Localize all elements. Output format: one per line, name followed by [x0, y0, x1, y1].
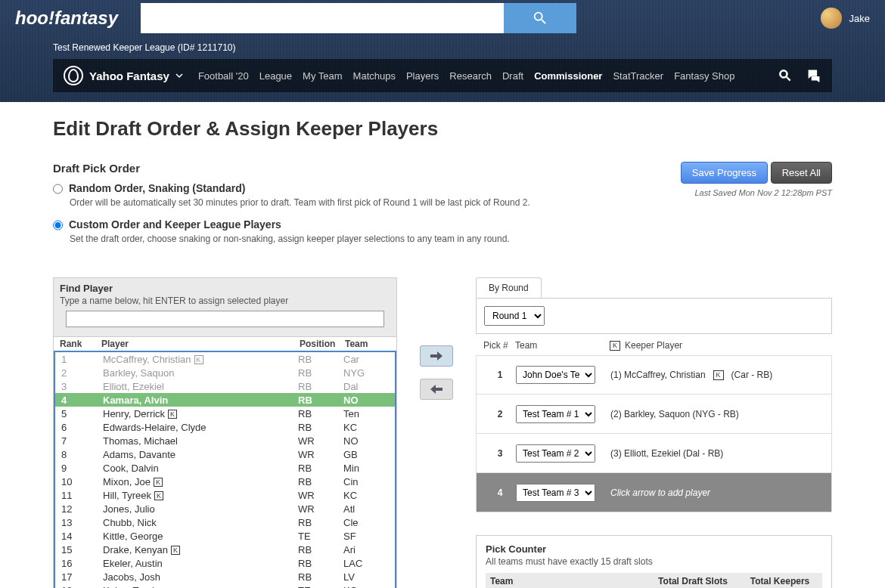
player-row[interactable]: 4Kamara, AlvinRBNO: [55, 393, 395, 407]
player-row[interactable]: 14Kittle, GeorgeTESF: [55, 529, 395, 543]
player-name: McCaffrey, ChristianK: [103, 354, 298, 365]
player-name: Kamara, Alvin: [103, 395, 298, 406]
player-name: Hill, TyreekK: [103, 490, 298, 501]
player-row[interactable]: 8Adams, DavanteWRGB: [55, 447, 395, 461]
player-team: LV: [343, 571, 389, 583]
player-rank: 9: [61, 463, 103, 474]
player-row[interactable]: 10Mixon, JoeKRBCin: [55, 475, 395, 488]
nav-link-stattracker[interactable]: StatTracker: [613, 70, 663, 82]
nav-link-league[interactable]: League: [259, 70, 292, 82]
nav-brand[interactable]: Yahoo Fantasy: [64, 66, 183, 85]
nav-search-icon[interactable]: [778, 68, 793, 83]
nav-link-my-team[interactable]: My Team: [303, 70, 343, 82]
round-select[interactable]: Round 1: [484, 306, 545, 326]
player-row[interactable]: 11Hill, TyreekKWRKC: [55, 488, 395, 502]
search-button[interactable]: [504, 3, 576, 33]
player-rank: 13: [61, 517, 103, 528]
player-name: Kittle, George: [103, 531, 298, 542]
player-team: Ten: [343, 408, 389, 419]
col-header-pick: Pick #: [483, 340, 515, 351]
assign-player-button[interactable]: [420, 345, 453, 367]
team-select[interactable]: Test Team # 3: [516, 484, 595, 502]
draft-order-radio-0[interactable]: [53, 184, 63, 194]
pick-number: 2: [484, 409, 516, 419]
player-row[interactable]: 5Henry, DerrickKRBTen: [55, 407, 395, 420]
player-name: Barkley, Saquon: [103, 367, 298, 379]
col-header-team: Team: [345, 339, 390, 349]
player-rank: 11: [61, 490, 103, 501]
player-position: RB: [298, 354, 343, 365]
player-rank: 17: [61, 571, 103, 583]
player-name: Mixon, JoeK: [103, 476, 298, 487]
player-team: Cle: [343, 517, 389, 528]
pick-row: 2Test Team # 1(2) Barkley, Saquon (NYG -…: [476, 395, 832, 434]
unassign-player-button[interactable]: [420, 379, 453, 400]
pick-number: 1: [484, 370, 516, 380]
find-player-input[interactable]: [66, 311, 384, 327]
player-row[interactable]: 2Barkley, SaquonRBNYG: [55, 366, 395, 379]
keeper-badge-icon: K: [154, 478, 163, 487]
player-row[interactable]: 7Thomas, MichaelWRNO: [55, 434, 395, 447]
player-team: NO: [343, 435, 389, 447]
player-position: WR: [298, 490, 343, 501]
nav-link-commissioner[interactable]: Commissioner: [534, 70, 602, 82]
player-position: RB: [298, 544, 343, 556]
player-rank: 5: [61, 408, 103, 419]
player-name: Adams, Davante: [103, 449, 298, 460]
player-row[interactable]: 15Drake, KenyanKRBAri: [55, 543, 395, 556]
nav-link-football-20[interactable]: Football '20: [198, 70, 249, 82]
player-team: Ari: [343, 544, 389, 556]
player-row[interactable]: 1McCaffrey, ChristianKRBCar: [55, 352, 395, 366]
league-info[interactable]: Test Renewed Keeper League (ID# 1211710): [0, 36, 885, 53]
player-rank: 4: [61, 395, 103, 406]
keeper-player-text: (2) Barkley, Saquon (NYG - RB): [610, 409, 824, 419]
player-position: RB: [298, 381, 343, 392]
team-select[interactable]: John Doe's Team: [516, 366, 595, 384]
reset-all-button[interactable]: Reset All: [771, 162, 832, 184]
yahoo-fantasy-logo[interactable]: hoo!fantasy: [15, 8, 118, 29]
user-menu[interactable]: Jake: [821, 8, 870, 29]
player-position: RB: [298, 395, 343, 406]
player-position: TE: [298, 585, 343, 589]
player-row[interactable]: 3Elliott, EzekielRBDal: [55, 379, 395, 393]
player-team: Min: [343, 463, 389, 474]
nav-link-draft[interactable]: Draft: [502, 70, 523, 82]
chat-icon[interactable]: [806, 68, 821, 83]
player-row[interactable]: 17Jacobs, JoshRBLV: [55, 570, 395, 583]
draft-order-label: Custom Order and Keeper League Players: [69, 218, 281, 231]
player-row[interactable]: 18Kelce, TravisTEKC: [55, 583, 395, 588]
pick-row: 1John Doe's Team(1) McCaffrey, Christian…: [476, 355, 832, 395]
player-position: RB: [298, 408, 343, 419]
keeper-player-text: (3) Elliott, Ezekiel (Dal - RB): [610, 448, 824, 459]
draft-order-radio-1[interactable]: [53, 220, 63, 231]
player-team: NO: [343, 395, 389, 406]
nav-link-fantasy-shop[interactable]: Fantasy Shop: [674, 70, 734, 82]
nav-link-research[interactable]: Research: [449, 70, 492, 82]
nav-link-matchups[interactable]: Matchups: [353, 70, 396, 82]
player-name: Jacobs, Josh: [103, 571, 298, 583]
nav-link-players[interactable]: Players: [406, 70, 439, 82]
player-team: Atl: [343, 503, 389, 515]
player-row[interactable]: 16Ekeler, AustinRBLAC: [55, 556, 395, 570]
pick-counter-title: Pick Counter: [486, 543, 822, 555]
player-row[interactable]: 9Cook, DalvinRBMin: [55, 461, 395, 475]
player-row[interactable]: 12Jones, JulioWRAtl: [55, 502, 395, 515]
draft-order-heading: Draft Pick Order: [53, 162, 681, 175]
team-select[interactable]: Test Team # 1: [516, 405, 595, 423]
team-select[interactable]: Test Team # 2: [516, 444, 595, 463]
player-team: KC: [343, 490, 389, 501]
avatar: [821, 8, 842, 29]
player-row[interactable]: 13Chubb, NickRBCle: [55, 515, 395, 529]
search-icon: [532, 10, 548, 26]
global-search: [141, 3, 576, 33]
player-row[interactable]: 6Edwards-Helaire, ClydeRBKC: [55, 420, 395, 434]
tab-by-round[interactable]: By Round: [476, 277, 542, 298]
player-name: Thomas, Michael: [103, 435, 298, 447]
arrow-right-icon: [430, 351, 442, 361]
save-progress-button[interactable]: Save Progress: [681, 162, 768, 184]
player-name: Cook, Dalvin: [103, 463, 298, 474]
search-input[interactable]: [141, 3, 504, 33]
arrow-left-icon: [430, 384, 442, 395]
player-rank: 12: [61, 503, 103, 515]
player-rank: 15: [61, 544, 103, 556]
